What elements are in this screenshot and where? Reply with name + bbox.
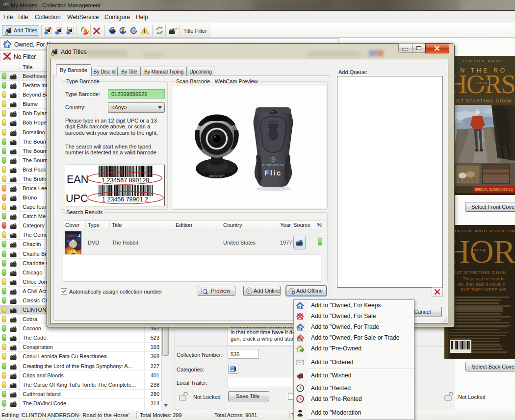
svg-text:LINTON ANDE: LINTON ANDE [463, 59, 504, 63]
svg-text:1 234567 890128: 1 234567 890128 [102, 177, 149, 184]
svg-text:They said he couldn: They said he couldn [463, 276, 504, 281]
svg-text:SPECIAL CLINICIAN'S CU: SPECIAL CLINICIAN'S CU [475, 188, 513, 191]
svg-text:en, they said it would n: en, they said it would n [458, 281, 506, 287]
svg-text:1 23456 78901 2: 1 23456 78901 2 [102, 196, 148, 203]
svg-text:Microsoft: Microsoft [209, 174, 225, 178]
svg-text:TO THE: TO THE [476, 81, 489, 85]
svg-text:BUT THEY WERE WR: BUT THEY WERE WR [461, 287, 506, 292]
svg-text:TO THE: TO THE [473, 248, 486, 252]
svg-text:UPC: UPC [66, 193, 88, 204]
svg-text:Hobbit: Hobbit [66, 233, 77, 237]
svg-text:Flic: Flic [264, 169, 282, 177]
svg-text:MICROVISION: MICROVISION [262, 164, 284, 167]
svg-text:EAN: EAN [67, 173, 88, 185]
svg-text:OLT STARTING CHAN: OLT STARTING CHAN [453, 270, 507, 275]
svg-text:OLT STARTING CHAM: OLT STARTING CHAM [454, 98, 512, 103]
